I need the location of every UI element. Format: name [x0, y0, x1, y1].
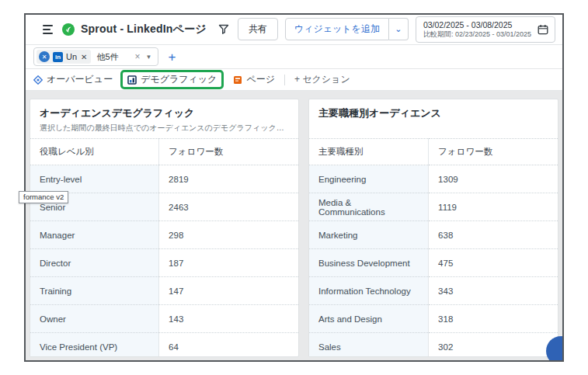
job-function-table: 主要職種別 フォロワー数 Engineering1309 Media & Com… — [309, 138, 558, 357]
demographics-icon — [127, 75, 137, 85]
clear-icon[interactable]: × — [135, 51, 141, 62]
table-row: Entry-level2819 — [30, 165, 298, 193]
add-widget-dropdown-button[interactable]: ⌄ — [389, 18, 409, 40]
card-title: 主要職種別オーディエンス — [318, 107, 548, 120]
table-row: Owner143 — [30, 305, 298, 333]
tab-pages[interactable]: ページ — [233, 73, 275, 86]
add-widget-button[interactable]: ウィジェットを追加 — [285, 18, 389, 40]
table-row: Marketing638 — [309, 221, 558, 249]
tooltip: formance v2 — [19, 191, 68, 203]
tab-pages-label: ページ — [246, 73, 275, 86]
more-profiles-label: 他5件 — [96, 51, 118, 63]
column-header: フォロワー数 — [429, 139, 558, 165]
table-header-row: 役職レベル別 フォロワー数 — [30, 139, 298, 165]
table-row: Sales302 — [309, 333, 558, 358]
card-audience-demographics: オーディエンスデモグラフィック 選択した期間の最終日時点でのオーディエンスのデモ… — [30, 99, 299, 357]
top-bar: Sprout - LinkedInページ 共有 ウィジェットを追加 ⌄ 03/0… — [26, 15, 562, 45]
profile-filter-chip[interactable]: ✕ in Un ✕ 他5件 × ▼ — [33, 47, 158, 66]
card-subtitle: 選択した期間の最終日時点でのオーディエンスのデモグラフィック・データを確... — [40, 123, 289, 134]
page: Sprout - LinkedInページ 共有 ウィジェットを追加 ⌄ 03/0… — [0, 0, 588, 375]
compare-range-text: 比較期間: 02/23/2025 - 03/01/2025 — [423, 30, 531, 40]
table-row: Media & Communications1119 — [309, 193, 558, 221]
table-row: Training147 — [30, 277, 298, 305]
table-row: Arts and Design318 — [309, 305, 558, 333]
tab-overview-label: オーバービュー — [47, 73, 113, 86]
add-profile-button[interactable]: + — [169, 50, 176, 64]
sprout-logo-icon — [62, 23, 75, 36]
report-title: Sprout - LinkedInページ — [81, 23, 207, 36]
filter-icon[interactable] — [218, 24, 229, 35]
calendar-icon — [538, 24, 548, 35]
add-widget-group: ウィジェットを追加 ⌄ — [285, 18, 409, 40]
close-icon[interactable]: ✕ — [80, 53, 87, 61]
date-range-picker[interactable]: 03/02/2025 - 03/08/2025 比較期間: 02/23/2025… — [416, 16, 555, 43]
profile-filter-bar: ✕ in Un ✕ 他5件 × ▼ + — [26, 45, 562, 69]
table-row: Vice President (VP)64 — [30, 333, 298, 358]
pages-icon — [233, 75, 242, 85]
table-row: Senior2463 — [30, 193, 298, 221]
table-row: Business Development475 — [309, 249, 558, 277]
job-level-table: 役職レベル別 フォロワー数 Entry-level2819 Senior2463… — [30, 138, 298, 357]
profile-name: Un — [66, 52, 77, 61]
table-row: Information Technology343 — [309, 277, 558, 305]
profile-tag: ✕ in Un ✕ — [37, 50, 91, 64]
card-title: オーディエンスデモグラフィック — [40, 107, 289, 120]
tab-demographics-label: デモグラフィック — [141, 73, 217, 86]
tab-demographics[interactable]: デモグラフィック — [120, 70, 224, 89]
share-button[interactable]: 共有 — [238, 18, 278, 40]
tooltip-text: formance v2 — [23, 193, 64, 201]
table-row: Manager298 — [30, 221, 298, 249]
column-header: 役職レベル別 — [30, 139, 159, 165]
overview-icon — [33, 75, 43, 85]
section-tabs: オーバービュー デモグラフィック — [26, 69, 562, 91]
dashboard-content: オーディエンスデモグラフィック 選択した期間の最終日時点でのオーディエンスのデモ… — [26, 91, 562, 360]
twitter-x-icon: ✕ — [39, 51, 50, 62]
column-header: フォロワー数 — [159, 139, 298, 165]
tabs-divider — [284, 75, 285, 85]
table-row: Director187 — [30, 249, 298, 277]
date-range-text: 03/02/2025 - 03/08/2025 — [423, 19, 531, 30]
chevron-down-icon: ⌄ — [395, 25, 402, 33]
menu-icon[interactable] — [43, 25, 53, 34]
add-section-button[interactable]: + セクション — [294, 73, 350, 86]
linkedin-icon: in — [53, 52, 63, 62]
column-header: 主要職種別 — [309, 139, 429, 165]
table-header-row: 主要職種別 フォロワー数 — [309, 139, 558, 165]
card-top-job-functions: 主要職種別オーディエンス 主要職種別 フォロワー数 Engineering130… — [308, 99, 558, 357]
table-row: Engineering1309 — [309, 165, 558, 193]
tab-overview[interactable]: オーバービュー — [33, 73, 113, 86]
caret-down-icon[interactable]: ▼ — [146, 54, 152, 61]
app-window: Sprout - LinkedInページ 共有 ウィジェットを追加 ⌄ 03/0… — [24, 13, 564, 362]
top-bar-actions: 共有 ウィジェットを追加 ⌄ 03/02/2025 - 03/08/2025 比… — [218, 16, 555, 43]
